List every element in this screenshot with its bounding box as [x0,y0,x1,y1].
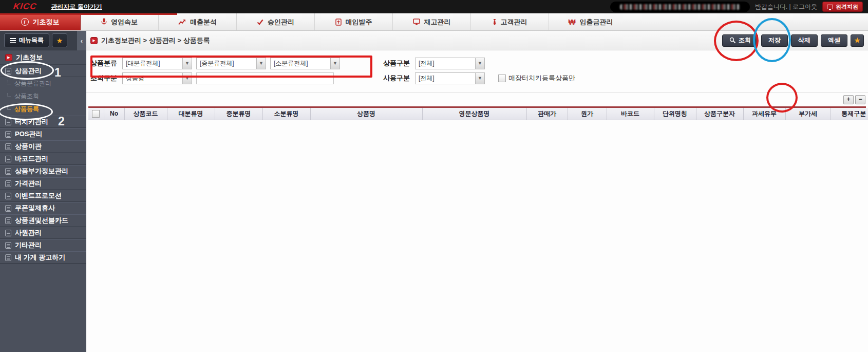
select-all-cell [88,108,104,120]
col-product-name[interactable]: 상품명 [310,108,422,120]
col-product-code[interactable]: 상품코드 [124,108,167,120]
page-toolbar: ▶ 기초정보관리 > 상품관리 > 상품등록 조회 저장 삭제 엑셀 ★ [86,31,868,50]
sidebar-item-employee[interactable]: 사원관리 [0,227,86,239]
mic-icon [101,18,107,26]
middle-class-select[interactable]: [중분류전체] ▼ [196,58,266,69]
search-button[interactable]: 조회 [722,34,758,47]
sidebar-item-touchkey[interactable]: 터치키관리 [0,116,86,128]
chevron-down-icon[interactable]: ▼ [330,58,339,69]
toolbar-buttons: 조회 저장 삭제 엑셀 ★ [722,34,864,47]
list-icon [5,156,11,162]
nav-tab-purchase-order[interactable]: 매입발주 [315,13,393,30]
product-type-select[interactable]: [전체] ▼ [415,58,485,69]
middle-class-value: [중분류전체] [197,59,256,68]
sidebar-item-giftcard-prepaid[interactable]: 상품권및선불카드 [0,214,86,227]
query-text-input[interactable] [196,72,334,84]
col-control-type[interactable]: 통제구분 [831,108,868,120]
list-icon [5,119,11,125]
sidebar-item-label: 상품관리 [15,66,42,76]
col-no[interactable]: No [104,108,124,120]
sidebar-item-price[interactable]: 가격관리 [0,177,86,190]
sidebar-collapse-button[interactable]: ‹ [77,31,86,50]
save-button[interactable]: 저장 [761,34,788,47]
col-minor-class[interactable]: 소분류명 [262,108,310,120]
sidebar-header: 메뉴목록 ★ ‹ [0,31,86,50]
favorite-button[interactable]: ★ [851,34,864,47]
nav-tab-customer[interactable]: 고객관리 [471,13,549,30]
sidebar-item-product-management[interactable]: 상품관리 [0,65,86,77]
list-icon [5,217,11,224]
query-type-select[interactable]: 상품명 ▼ [122,72,192,84]
nav-tab-cash-management[interactable]: ₩ 입출금관리 [549,13,632,30]
monitor-icon [413,18,420,25]
chevron-down-icon[interactable]: ▼ [182,73,192,84]
excel-button[interactable]: 엑셀 [821,34,847,47]
sidebar-item-barcode[interactable]: 바코드관리 [0,153,86,165]
breadcrumb: ▶ 기초정보관리 > 상품관리 > 상품등록 [90,36,210,45]
use-type-select[interactable]: [전체] ▼ [415,72,485,84]
select-all-checkbox[interactable] [92,110,100,118]
remove-row-button[interactable]: − [855,95,865,104]
col-cost[interactable]: 원가 [568,108,607,120]
won-icon: ₩ [568,17,575,26]
col-unit-name[interactable]: 단위명칭 [654,108,696,120]
sidebar-item-event-promotion[interactable]: 이벤트프로모션 [0,190,86,202]
nav-tab-basic-info[interactable]: i 기초정보 [0,13,81,30]
sidebar-item-label: 상품분류관리 [14,79,51,88]
greeting-logout-text[interactable]: 반갑습니다. | 로그아웃 [755,3,817,11]
nav-tab-inventory[interactable]: 재고관리 [393,13,471,30]
product-type-value: [전체] [416,59,475,68]
nav-tab-label: 매출분석 [190,17,217,27]
sidebar-item-product-transfer[interactable]: 상품이관 [0,140,86,153]
sidebar-item-my-store-ad[interactable]: 내 가게 광고하기 [0,251,86,264]
col-sale-price[interactable]: 판매가 [526,108,568,120]
sidebar-item-label: 상품권및선불카드 [15,216,68,225]
col-major-class[interactable]: 대분류명 [167,108,215,120]
chart-icon [178,19,186,25]
delete-button[interactable]: 삭제 [791,34,818,47]
sidebar-item-label: 바코드관리 [15,154,48,163]
sidebar-item-coupon-partner[interactable]: 쿠폰및제휴사 [0,202,86,214]
tree-branch-icon [7,94,11,97]
sidebar-item-etc[interactable]: 기타관리 [0,239,86,251]
sidebar-item-basic-info[interactable]: ▶ 기초정보 [0,50,86,65]
sidebar-item-product-register[interactable]: 상품등록 [0,103,86,116]
sidebar-item-label: 쿠폰및제휴사 [15,203,55,213]
info-icon: i [21,18,29,26]
nav-tab-sales-analysis[interactable]: 매출분석 [159,13,237,30]
sidebar-item-label: 기초정보 [16,53,43,62]
nav-red-accent-line [0,13,177,15]
favorites-star-button[interactable]: ★ [52,33,67,47]
col-middle-class[interactable]: 중분류명 [215,108,262,120]
nav-tab-approval[interactable]: 승인관리 [237,13,315,30]
sidebar-item-product-extra-info[interactable]: 상품부가정보관리 [0,165,86,177]
col-product-separator[interactable]: 상품구분자 [696,108,743,120]
col-tax-yn[interactable]: 과세유무 [743,108,785,120]
list-icon [5,143,11,150]
tree-branch-icon [7,106,11,110]
minor-class-select[interactable]: [소분류전체] ▼ [270,58,340,69]
nav-tab-label: 재고관리 [424,17,451,27]
product-type-label: 상품구분 [383,59,415,68]
remote-support-button[interactable]: 원격지원 [822,2,863,12]
menu-list-button[interactable]: 메뉴목록 [4,33,49,47]
chevron-down-icon[interactable]: ▼ [475,73,484,84]
list-icon [5,180,11,187]
chevron-down-icon[interactable]: ▼ [182,58,192,69]
chevron-down-icon[interactable]: ▼ [256,58,266,69]
add-row-button[interactable]: + [843,95,854,104]
sidebar-item-product-search[interactable]: 상품조회 [0,90,86,103]
list-icon [5,68,11,75]
sidebar-item-pos[interactable]: POS관리 [0,128,86,140]
nav-tab-sales-news[interactable]: 영업속보 [81,13,159,30]
nav-tab-label: 기초정보 [33,17,60,27]
col-vat[interactable]: 부가세 [785,108,831,120]
sidebar-item-product-class-management[interactable]: 상품분류관리 [0,77,86,90]
touchkey-checkbox[interactable] [498,75,506,82]
nav-tab-label: 입출금관리 [580,17,613,27]
back-to-admin-link[interactable]: 관리자로 돌아가기 [51,3,102,11]
col-barcode[interactable]: 바코드 [607,108,654,120]
col-english-name[interactable]: 영문상품명 [422,108,526,120]
major-class-select[interactable]: [대분류전체] ▼ [122,58,192,69]
chevron-down-icon[interactable]: ▼ [475,58,484,69]
